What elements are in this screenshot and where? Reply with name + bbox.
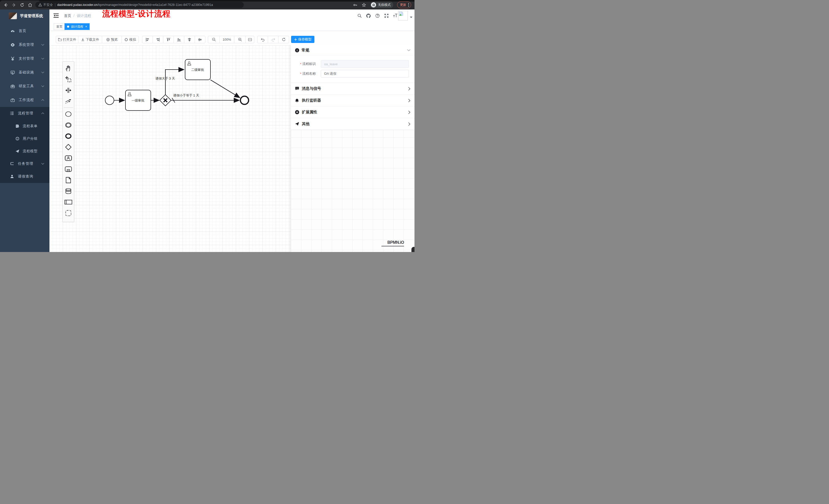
- align-vcenter-button[interactable]: [184, 36, 195, 43]
- zoom-out-button[interactable]: [208, 36, 220, 43]
- list-icon: [10, 111, 14, 115]
- sidebar-item-infra[interactable]: 基础设施: [0, 66, 49, 79]
- breadcrumb-separator: /: [73, 13, 74, 18]
- fullscreen-icon[interactable]: [384, 13, 389, 18]
- process-key-input[interactable]: [321, 60, 409, 68]
- sidebar-item-devtools[interactable]: 研发工具: [0, 79, 49, 93]
- gear-icon: [10, 43, 15, 47]
- download-file-button[interactable]: 下载文件: [78, 36, 102, 43]
- align-left-button[interactable]: [142, 36, 153, 43]
- avatar[interactable]: [398, 11, 408, 21]
- simulate-button[interactable]: 模拟: [121, 36, 139, 43]
- tab-home[interactable]: 首页: [54, 23, 65, 30]
- sidebar-item-label: 系统管理: [19, 42, 41, 47]
- breadcrumb-home[interactable]: 首页: [64, 13, 71, 18]
- update-button[interactable]: 更新: [397, 2, 411, 8]
- sidebar-item-task-mgmt[interactable]: 任务管理: [0, 157, 49, 170]
- chip-icon: [124, 38, 128, 41]
- reload-icon[interactable]: [20, 2, 25, 7]
- section-extended-props[interactable]: 扩展属性: [291, 106, 414, 118]
- monitor-icon: [10, 70, 15, 75]
- security-label[interactable]: 不安全: [43, 3, 53, 7]
- app-logo: [9, 12, 17, 19]
- app-title: 芋道管理系统: [20, 13, 43, 18]
- chevron-down-icon: [41, 85, 44, 87]
- sidebar-item-process-model[interactable]: 流程模型: [0, 145, 49, 157]
- home-icon[interactable]: [27, 2, 33, 7]
- condition-label[interactable]: 请假大于 3 天: [155, 77, 175, 80]
- sidebar-item-label: 基础设施: [19, 70, 41, 75]
- zoom-level[interactable]: 100%: [219, 36, 234, 43]
- align-hcenter-button[interactable]: [194, 36, 205, 43]
- github-icon[interactable]: [366, 13, 371, 18]
- section-execution-listener[interactable]: 执行监听器: [291, 94, 414, 106]
- incognito-label: 无痕模式: [378, 3, 391, 7]
- preview-button[interactable]: 预览: [102, 36, 122, 43]
- sidebar-item-workflow[interactable]: 工作流程: [0, 93, 49, 107]
- save-model-button[interactable]: 保存模型: [291, 36, 314, 43]
- font-size-icon[interactable]: [393, 13, 398, 18]
- plus-icon: [294, 38, 297, 41]
- redo-button[interactable]: [268, 36, 279, 43]
- user-task-level2[interactable]: 二级审批: [185, 60, 211, 80]
- exclusive-gateway[interactable]: [160, 95, 171, 106]
- align-bottom-button[interactable]: [174, 36, 184, 43]
- sidebar-item-label: 首页: [19, 29, 44, 33]
- password-key-icon[interactable]: [353, 2, 358, 7]
- flow-gateway-to-task2[interactable]: [166, 70, 184, 95]
- bookmark-star-icon[interactable]: [361, 2, 366, 7]
- align-top-button[interactable]: [163, 36, 174, 43]
- menu-dots-icon[interactable]: [408, 3, 409, 7]
- bpmn-canvas[interactable]: 请假大于 3 天 请假小于等于 1 天 一级审批: [49, 45, 414, 252]
- required-mark: *: [300, 72, 301, 76]
- avatar-caret-icon[interactable]: [410, 16, 412, 19]
- start-event[interactable]: [105, 96, 114, 105]
- user-task-level1[interactable]: 一级审批: [125, 90, 151, 111]
- url-bar[interactable]: 不安全 dashboard.yudao.iocoder.cn/bpm/manag…: [35, 2, 244, 8]
- search-icon[interactable]: [357, 13, 362, 18]
- undo-button[interactable]: [257, 36, 268, 43]
- button-label: 打开文件: [63, 37, 76, 42]
- sidebar-item-payment[interactable]: 支付管理: [0, 52, 49, 66]
- browser-active-tab[interactable]: [1, 1, 39, 2]
- url-host: dashboard.yudao.iocoder.cn: [57, 3, 98, 7]
- sidebar-item-user-group[interactable]: 用户分组: [0, 132, 49, 145]
- align-right-button[interactable]: [153, 36, 163, 43]
- section-message-signal[interactable]: 消息与信号: [291, 83, 414, 94]
- chevron-right-icon: [408, 122, 410, 126]
- sidebar-item-home[interactable]: 首页: [0, 24, 49, 38]
- section-title: 其他: [302, 121, 408, 126]
- open-file-button[interactable]: 打开文件: [56, 36, 78, 43]
- forward-icon[interactable]: [11, 2, 16, 7]
- section-general[interactable]: 常规: [291, 45, 414, 55]
- back-icon[interactable]: [3, 2, 8, 7]
- sidebar-fold-icon[interactable]: [53, 13, 59, 18]
- app-logo-row[interactable]: 芋道管理系统: [0, 9, 49, 22]
- flow-task2-to-end[interactable]: [211, 80, 240, 98]
- zoom-in-button[interactable]: [234, 36, 246, 43]
- tag-view-bar: 首页 设计流程 ×: [49, 22, 414, 31]
- chevron-down-icon: [41, 44, 44, 46]
- tab-design-process[interactable]: 设计流程 ×: [65, 23, 89, 30]
- button-label: 下载文件: [86, 37, 99, 42]
- sidebar-item-label: 流程管理: [18, 111, 41, 116]
- section-other[interactable]: 其他: [291, 118, 414, 130]
- warning-icon: [38, 3, 42, 7]
- zoom-reset-button[interactable]: [246, 36, 254, 43]
- sidebar-item-system[interactable]: 系统管理: [0, 38, 49, 52]
- end-event[interactable]: [241, 96, 249, 104]
- sidebar-item-process-form[interactable]: 流程表单: [0, 120, 49, 132]
- help-icon[interactable]: [375, 13, 380, 18]
- app-header: 首页 / 设计流程: [49, 9, 414, 22]
- close-icon[interactable]: ×: [85, 25, 87, 28]
- workflow-submenu: 流程管理 流程表单 用户分组 流程模型 任务管理 请假: [0, 107, 49, 183]
- sidebar-item-process-mgmt[interactable]: 流程管理: [0, 107, 49, 120]
- chevron-down-icon[interactable]: [407, 49, 410, 51]
- restart-button[interactable]: [278, 36, 289, 43]
- zoom-level-label: 100%: [222, 38, 231, 41]
- download-icon: [81, 38, 84, 41]
- condition-label[interactable]: 请假小于等于 1 天: [173, 93, 199, 97]
- sidebar-item-leave-query[interactable]: 请假查询: [0, 170, 49, 183]
- process-name-input[interactable]: [321, 70, 409, 78]
- properties-panel: 常规 * 流程标识 * 流程名称: [291, 45, 414, 130]
